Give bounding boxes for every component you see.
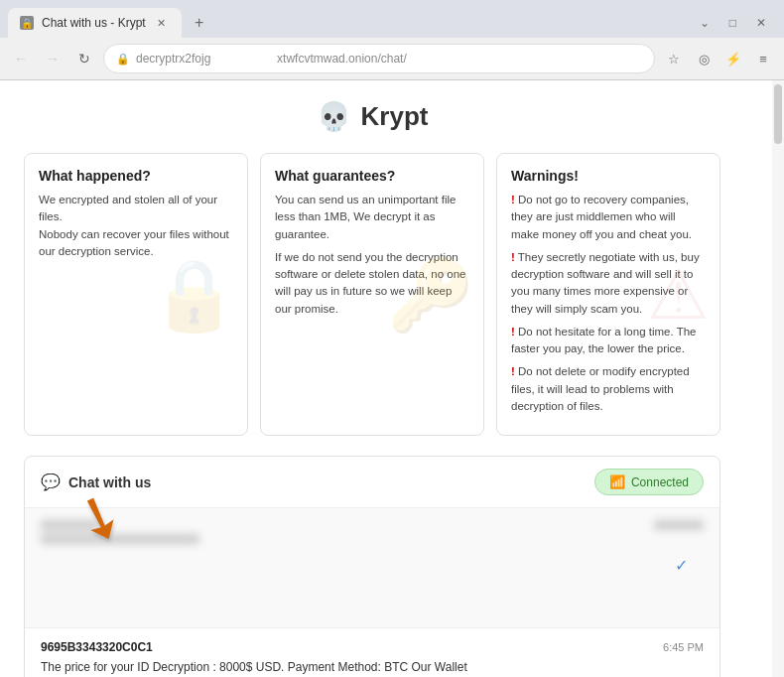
message-body: The price for your ID Decryption : 8000$… bbox=[41, 658, 704, 677]
message-checkmark: ✓ bbox=[41, 552, 704, 579]
browser-tab[interactable]: 🔒 Chat with us - Krypt ✕ bbox=[8, 8, 182, 38]
message-time: 6:45 PM bbox=[663, 641, 704, 653]
browser-viewport: ishfon 💀 Krypt 🔒 What happened? We encry… bbox=[0, 80, 784, 677]
window-controls: ⌄ □ ✕ bbox=[694, 14, 776, 32]
tab-title: Chat with us - Krypt bbox=[42, 16, 146, 30]
toolbar-icons: ☆ ◎ ⚡ ≡ bbox=[661, 46, 776, 71]
blurred-time bbox=[654, 520, 704, 530]
wifi-icon: 📶 bbox=[609, 474, 625, 489]
tab-bar: 🔒 Chat with us - Krypt ✕ + ⌄ □ ✕ bbox=[0, 0, 784, 38]
forward-button[interactable]: → bbox=[40, 46, 65, 71]
back-button[interactable]: ← bbox=[8, 46, 34, 71]
address-bar-row: ← → ↻ 🔒 decryptrx2fojg xtwfcvtmwad.onion… bbox=[0, 38, 784, 79]
bookmark-icon[interactable]: ☆ bbox=[661, 46, 687, 71]
message-id: 9695B3343320C0C1 bbox=[41, 640, 153, 654]
site-title: Krypt bbox=[361, 101, 429, 132]
card-1-title: What happened? bbox=[39, 168, 233, 184]
minimize-button[interactable]: ⌄ bbox=[694, 14, 716, 32]
address-bar[interactable]: 🔒 decryptrx2fojg xtwfcvtmwad.onion/chat/ bbox=[103, 44, 655, 73]
card-lock-icon: 🔒 bbox=[151, 254, 237, 336]
menu-icon[interactable]: ≡ bbox=[750, 46, 776, 71]
chat-bubble-icon: 💬 bbox=[41, 473, 61, 491]
tab-favicon: 🔒 bbox=[20, 16, 34, 30]
connected-badge: 📶 Connected bbox=[594, 469, 704, 495]
down-arrow-icon: ➘ bbox=[65, 481, 133, 554]
card-warning-icon: ⚠ bbox=[647, 254, 710, 336]
card-warnings: ⚠ Warnings! ! Do not go to recovery comp… bbox=[496, 153, 720, 436]
scrollbar-thumb[interactable] bbox=[774, 84, 782, 144]
browser-chrome: 🔒 Chat with us - Krypt ✕ + ⌄ □ ✕ ← → ↻ 🔒… bbox=[0, 0, 784, 80]
skull-icon: 💀 bbox=[317, 100, 351, 133]
refresh-button[interactable]: ↻ bbox=[71, 46, 97, 71]
card-what-happened: 🔒 What happened? We encrypted and stolen… bbox=[24, 153, 248, 436]
scrollbar-track[interactable] bbox=[772, 80, 784, 677]
card-what-guarantees: 🔑 What guarantees? You can send us an un… bbox=[260, 153, 484, 436]
extension-icon[interactable]: ⚡ bbox=[720, 46, 746, 71]
info-cards-row: 🔒 What happened? We encrypted and stolen… bbox=[24, 153, 720, 436]
arrow-indicator: ➘ bbox=[74, 488, 124, 548]
tab-close-button[interactable]: ✕ bbox=[154, 15, 170, 31]
maximize-button[interactable]: □ bbox=[723, 14, 742, 32]
card-1-text: We encrypted and stolen all of your file… bbox=[39, 192, 233, 260]
chat-section: 💬 Chat with us 📶 Connected bbox=[24, 456, 720, 677]
card-key-icon: 🔑 bbox=[387, 254, 473, 336]
page-content: ishfon 💀 Krypt 🔒 What happened? We encry… bbox=[0, 80, 744, 677]
card-3-title: Warnings! bbox=[511, 168, 706, 184]
close-button[interactable]: ✕ bbox=[750, 14, 772, 32]
site-header: 💀 Krypt bbox=[24, 100, 720, 133]
new-tab-button[interactable]: + bbox=[186, 9, 213, 37]
chat-messages: ✓ ➘ bbox=[25, 508, 719, 627]
url-text: decryptrx2fojg xtwfcvtmwad.onion/chat/ bbox=[136, 52, 407, 66]
message-meta: 9695B3343320C0C1 6:45 PM bbox=[41, 640, 704, 654]
card-2-title: What guarantees? bbox=[275, 168, 469, 184]
blurred-right bbox=[654, 520, 704, 530]
browser-window: 🔒 Chat with us - Krypt ✕ + ⌄ □ ✕ ← → ↻ 🔒… bbox=[0, 0, 784, 677]
connected-label: Connected bbox=[631, 475, 689, 489]
blurred-message bbox=[41, 520, 704, 544]
chat-message: 9695B3343320C0C1 6:45 PM The price for y… bbox=[25, 627, 719, 677]
lock-icon: 🔒 bbox=[116, 53, 130, 66]
shield-icon[interactable]: ◎ bbox=[691, 46, 717, 71]
